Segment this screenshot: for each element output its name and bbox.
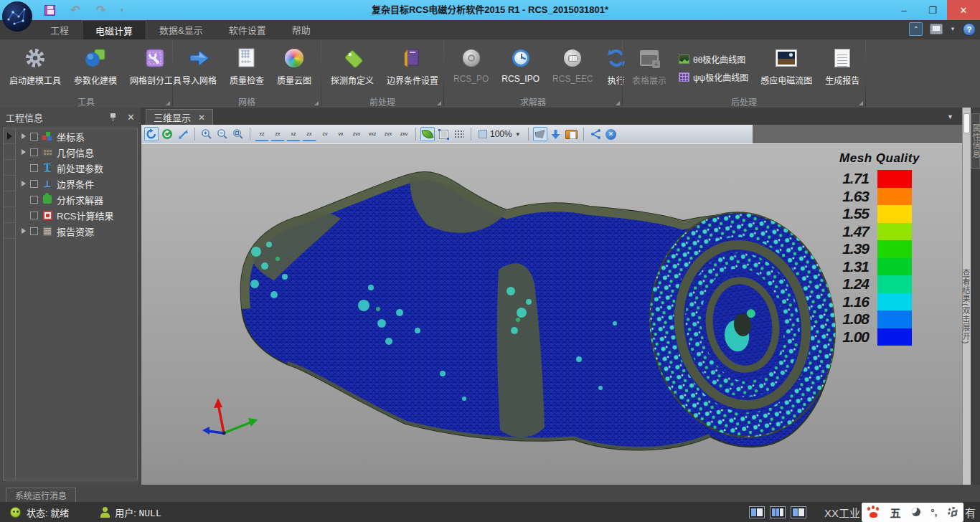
layout-right-icon[interactable]: [791, 506, 806, 518]
expander-icon[interactable]: [19, 149, 29, 155]
checkbox[interactable]: [30, 196, 38, 204]
layout-left-icon[interactable]: [749, 506, 765, 518]
tab-help[interactable]: 帮助: [279, 20, 324, 39]
ime-punctuation-button[interactable]: °,: [931, 507, 938, 518]
view-left-button[interactable]: zv: [318, 127, 332, 141]
boundary-condition-button[interactable]: 边界条件设置: [380, 41, 445, 95]
ime-mode-button[interactable]: 五: [890, 505, 901, 520]
dialog-launcher-icon[interactable]: [437, 101, 441, 105]
collapse-ribbon-button[interactable]: ⌃: [909, 22, 923, 36]
tree-item-coordinate-system[interactable]: 坐标系: [16, 128, 137, 144]
dialog-launcher-icon[interactable]: [314, 101, 319, 105]
launch-modeling-tool-button[interactable]: 启动建模工具: [3, 41, 67, 95]
dialog-launcher-icon[interactable]: [166, 101, 170, 105]
checkbox[interactable]: [30, 133, 38, 141]
checkbox[interactable]: [30, 180, 38, 188]
ime-toolbar[interactable]: 五 °,: [862, 503, 963, 522]
tab-3d-display[interactable]: 三维显示 ✕: [146, 109, 213, 125]
solver-rcs-ipo-button[interactable]: RCS_IPO: [495, 41, 546, 95]
import-mesh-button[interactable]: 导入网格: [176, 41, 223, 95]
project-info-panel: 工程信息 ✕ 坐标系 几何信息: [0, 108, 141, 485]
display-device-icon[interactable]: [930, 24, 943, 34]
tab-close-icon[interactable]: ✕: [198, 113, 205, 123]
camera-view-button[interactable]: [533, 127, 547, 141]
vector-link-button[interactable]: [588, 127, 603, 141]
tab-project[interactable]: 工程: [37, 20, 82, 39]
view-top-button[interactable]: xz: [286, 127, 301, 141]
display-dropdown-icon[interactable]: ▼: [950, 26, 956, 32]
dialog-launcher-icon[interactable]: [616, 101, 620, 105]
view-bottom-button[interactable]: zx: [302, 127, 316, 141]
tree-item-geometry-info[interactable]: 几何信息: [16, 144, 137, 160]
view-right-button[interactable]: vx: [334, 127, 348, 141]
zoom-out-button[interactable]: [215, 127, 230, 141]
expander-icon[interactable]: [19, 228, 29, 234]
splitter-button[interactable]: [963, 113, 970, 133]
toolbar-separator: [415, 128, 416, 141]
induced-current-map-button[interactable]: 感应电磁流图: [754, 41, 819, 95]
quality-check-button[interactable]: 质量检查: [223, 41, 270, 95]
help-button[interactable]: ?: [963, 23, 976, 36]
view-iso-1-button[interactable]: zvx: [349, 127, 364, 141]
expander-icon[interactable]: [19, 181, 29, 186]
dialog-launcher-icon[interactable]: [859, 101, 863, 105]
app-logo[interactable]: [2, 1, 32, 32]
panel-close-icon[interactable]: ✕: [127, 112, 135, 123]
psi-polarization-curve-button[interactable]: ψψ极化曲线图: [679, 71, 748, 83]
quality-contour-button[interactable]: 质量云图: [270, 41, 318, 95]
diagonal-arrow-icon: [178, 129, 189, 140]
result-splitter-strip[interactable]: 查看结果(双击展开): [962, 108, 971, 485]
drop-down-view-button[interactable]: [549, 127, 563, 141]
view-iso-3-button[interactable]: zvx: [381, 127, 395, 141]
tree-item-boundary-condition[interactable]: ⊥ 边界条件: [16, 176, 137, 191]
import-arrow-icon: [189, 44, 210, 72]
tab-list-dropdown-icon[interactable]: ▼: [947, 113, 953, 120]
legend-swatch: [877, 170, 912, 188]
parametric-modeling-button[interactable]: 参数化建模: [67, 41, 123, 95]
points-mode-button[interactable]: [452, 127, 466, 141]
checkbox[interactable]: [30, 212, 38, 219]
tree-item-rcs-results[interactable]: RCS计算结果: [16, 207, 137, 223]
close-button[interactable]: ✕: [947, 0, 980, 20]
viewport-3d[interactable]: Mesh Quality 1.71 1.63 1.55 1.47 1.39 1.…: [141, 143, 962, 485]
tree-item-preprocess-params[interactable]: T 前处理参数: [16, 160, 137, 176]
detect-angle-button[interactable]: 探测角定义: [324, 41, 380, 95]
cancel-button[interactable]: ✕: [604, 127, 618, 141]
refresh-view-button[interactable]: [160, 127, 174, 141]
node-link-icon: [590, 129, 601, 139]
theta-polarization-curve-button[interactable]: θθ极化曲线图: [679, 53, 748, 65]
zoom-fit-button[interactable]: [231, 127, 245, 141]
shaded-mode-button[interactable]: [420, 127, 435, 141]
wireframe-mode-button[interactable]: [436, 127, 451, 141]
checkbox[interactable]: [30, 148, 38, 156]
ime-logo-paw-icon[interactable]: [867, 507, 880, 518]
checkbox[interactable]: [30, 164, 38, 172]
geometry-icon: [42, 147, 53, 158]
layout-split-icon[interactable]: [770, 506, 786, 518]
capture-image-button[interactable]: [565, 127, 579, 141]
view-front-button[interactable]: xz: [255, 127, 269, 141]
pin-icon[interactable]: [110, 113, 117, 121]
view-iso-2-button[interactable]: vxz: [365, 127, 380, 141]
tree-item-report-resources[interactable]: 报告资源: [16, 223, 137, 239]
zoom-in-button[interactable]: [199, 127, 214, 141]
ime-moon-icon[interactable]: [912, 508, 920, 516]
restore-button[interactable]: ❐: [918, 0, 947, 20]
minimize-button[interactable]: –: [890, 0, 918, 20]
generate-report-button[interactable]: 生成报告: [819, 41, 866, 95]
pan-zoom-button[interactable]: [176, 127, 190, 141]
expander-icon[interactable]: [19, 133, 29, 139]
view-iso-4-button[interactable]: zxv: [397, 127, 411, 141]
legend-swatch: [877, 275, 912, 293]
tab-em-compute[interactable]: 电磁计算: [82, 20, 146, 39]
zoom-level-select[interactable]: 100% ▼: [476, 127, 524, 141]
tab-data-display[interactable]: 数据&显示: [146, 20, 216, 39]
system-message-tab[interactable]: 系统运行消息: [6, 488, 76, 502]
rotate-view-button[interactable]: [144, 127, 159, 141]
view-back-button[interactable]: zx: [270, 127, 285, 141]
tree-item-analysis-solver[interactable]: 分析求解器: [16, 191, 137, 207]
property-info-tab[interactable]: 属性信息: [971, 113, 980, 169]
tab-software-settings[interactable]: 软件设置: [216, 20, 279, 39]
checkbox[interactable]: [30, 227, 38, 235]
ime-settings-gear-icon[interactable]: [948, 507, 958, 517]
